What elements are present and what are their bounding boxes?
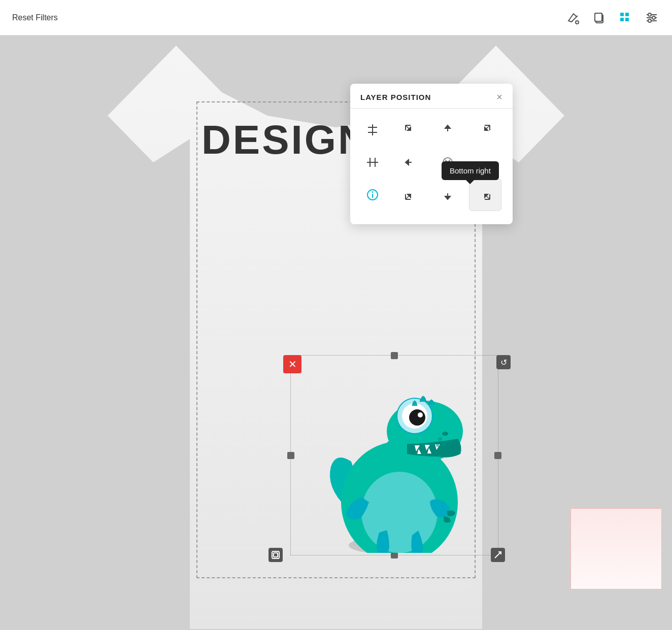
svg-point-57 (372, 191, 374, 193)
svg-point-19 (361, 472, 438, 553)
mini-preview (570, 508, 662, 589)
svg-rect-7 (625, 18, 629, 21)
svg-point-26 (442, 432, 448, 436)
info-button[interactable] (356, 179, 389, 211)
svg-point-13 (648, 19, 651, 22)
handle-bottom-right-corner[interactable] (491, 548, 505, 562)
position-top-left-button[interactable] (394, 114, 426, 146)
svg-marker-63 (445, 196, 450, 199)
position-middle-left-button[interactable] (394, 146, 426, 179)
canvas-area: DESIGN AR (0, 36, 672, 630)
svg-point-0 (576, 21, 579, 24)
layer-position-popup: LAYER POSITION × (350, 84, 513, 224)
svg-point-29 (436, 444, 439, 447)
position-top-center-button[interactable] (431, 114, 464, 146)
position-top-right-button[interactable] (469, 114, 501, 146)
svg-rect-4 (620, 13, 624, 16)
svg-point-27 (438, 437, 442, 441)
svg-rect-2 (595, 13, 602, 21)
topbar: Reset Filters (0, 0, 672, 36)
popup-header: LAYER POSITION × (350, 84, 513, 109)
svg-point-12 (652, 16, 655, 19)
svg-point-28 (442, 442, 445, 445)
svg-point-23 (409, 409, 425, 426)
topbar-actions (564, 10, 660, 26)
svg-point-11 (648, 13, 651, 16)
popup-close-button[interactable]: × (496, 92, 502, 102)
sliders-icon[interactable] (644, 10, 660, 26)
handle-middle-right[interactable] (494, 452, 501, 459)
align-center-h-button[interactable] (356, 114, 389, 146)
svg-rect-5 (625, 13, 629, 16)
popup-title: LAYER POSITION (360, 93, 431, 101)
handle-middle-left[interactable] (287, 452, 294, 459)
dino-container[interactable]: ✕ ↺ (306, 360, 503, 558)
dino-illustration (306, 365, 483, 553)
handle-top-center[interactable] (391, 352, 398, 359)
mini-preview-inner (571, 509, 661, 589)
delete-button[interactable]: ✕ (283, 355, 301, 373)
svg-line-16 (495, 552, 501, 558)
svg-marker-40 (445, 125, 450, 128)
position-bottom-center-button[interactable] (431, 179, 464, 211)
handle-bottom-left-corner[interactable] (268, 548, 283, 562)
svg-point-24 (418, 412, 423, 417)
grid-icon[interactable] (617, 10, 633, 26)
align-center-v-button[interactable] (356, 146, 389, 179)
svg-marker-51 (406, 160, 409, 165)
paint-bucket-icon[interactable] (564, 10, 581, 26)
position-bottom-left-button[interactable] (394, 179, 426, 211)
reset-filters-button[interactable]: Reset Filters (12, 13, 58, 22)
svg-rect-6 (620, 18, 624, 21)
bottom-right-tooltip: Bottom right (442, 161, 499, 180)
svg-rect-15 (274, 553, 278, 557)
rotate-button[interactable]: ↺ (496, 355, 511, 369)
copy-icon[interactable] (591, 10, 607, 26)
